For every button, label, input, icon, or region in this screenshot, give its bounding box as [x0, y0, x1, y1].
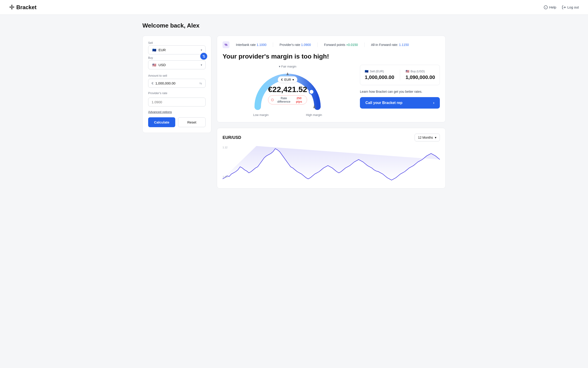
providers-value: 1.0900: [301, 43, 311, 46]
right-panel: % Interbank rate 1.1000 Provider's rate …: [217, 36, 446, 188]
call-rep-button[interactable]: Call your Bracket rep ›: [360, 97, 440, 109]
logo-icon: ✛: [9, 3, 14, 11]
reset-button[interactable]: Reset: [178, 117, 205, 127]
euro-symbol: €: [152, 81, 153, 85]
content-grid: Sell 🇪🇺 EUR ▾ ⇅ Buy: [142, 36, 446, 188]
gauge-currency-pill[interactable]: € EUR ▾: [278, 76, 298, 83]
sell-currency-select[interactable]: 🇪🇺 EUR ▾: [148, 46, 205, 55]
logout-link[interactable]: Log out: [562, 5, 579, 9]
chart-header: EUR/USD 12 Months ▾: [223, 134, 440, 141]
sell-item-label: 🇪🇺 Sell (EUR): [365, 70, 394, 73]
provider-rate-group: Provider's rate: [148, 91, 205, 107]
providers-rate-item: Provider's rate 1.0900: [280, 43, 311, 46]
margin-heading: Your provider's margin is too high!: [223, 53, 440, 60]
buy-currency-select[interactable]: 🇺🇸 USD ▾: [148, 60, 205, 69]
app-header: ✛ Bracket Help Log out: [0, 0, 588, 15]
logo-text: Bracket: [16, 4, 37, 10]
amount-input-wrap[interactable]: € ⇆: [148, 79, 205, 88]
chart-period-select[interactable]: 12 Months ▾: [415, 134, 440, 141]
usd-flag: 🇺🇸: [152, 63, 157, 67]
y-label-top: 1.12: [223, 146, 227, 149]
gauge-svg-wrap: € EUR ▾ €22,421.52 Rate difference 250 p…: [251, 70, 324, 111]
interbank-rate-item: Interbank rate 1.1000: [236, 43, 266, 46]
sell-buy-divider: [400, 70, 400, 80]
svg-marker-7: [223, 146, 440, 180]
buy-chevron-icon: ▾: [201, 63, 202, 67]
gauge-labels: Low margin High margin: [253, 113, 322, 117]
header-nav: Help Log out: [544, 5, 579, 9]
y-label-bottom: 1.08: [223, 175, 227, 178]
sell-item: 🇪🇺 Sell (EUR) 1,000,000.00: [365, 70, 394, 80]
sell-currency-text: EUR: [159, 48, 166, 52]
advanced-options-link[interactable]: Advanced options: [148, 110, 172, 114]
swap-small-icon[interactable]: ⇆: [199, 82, 202, 85]
chart-period-chevron-icon: ▾: [435, 136, 436, 139]
buy-item: 🇺🇸 Buy (USD) 1,090,000.00: [406, 70, 435, 80]
forward-points-item: Forward points +0.0150: [324, 43, 358, 46]
gauge-container: ▾ Fair margin: [223, 65, 353, 117]
allin-value: 1.1150: [399, 43, 409, 46]
fair-margin-label: ▾ Fair margin: [279, 65, 296, 68]
allin-rate-item: All-in Forward rate: 1.1150: [371, 43, 409, 46]
buy-item-value: 1,090,000.00: [406, 74, 435, 80]
rate-diff-badge: Rate difference 250 pips: [268, 95, 307, 104]
gauge-needle: [309, 90, 314, 94]
sell-flag-icon: 🇪🇺: [365, 70, 368, 73]
chart-title: EUR/USD: [223, 135, 241, 140]
high-margin-label: High margin: [306, 113, 322, 117]
chart-svg: [223, 146, 440, 183]
buy-currency-text: USD: [159, 63, 166, 67]
info-icon: [544, 5, 548, 9]
right-info: 🇪🇺 Sell (EUR) 1,000,000.00 🇺🇸 Buy (USD): [360, 65, 440, 109]
swap-button[interactable]: ⇅: [200, 52, 208, 60]
separator-3: [364, 42, 364, 47]
rates-card: % Interbank rate 1.1000 Provider's rate …: [217, 36, 446, 122]
pill-chevron-icon: ▾: [292, 78, 294, 82]
logout-icon: [562, 5, 566, 9]
forward-points-value: +0.0150: [346, 43, 358, 46]
buy-item-label: 🇺🇸 Buy (USD): [406, 70, 435, 73]
sell-item-value: 1,000,000.00: [365, 74, 394, 80]
chart-card: EUR/USD 12 Months ▾ 1.12 1.08: [217, 128, 446, 188]
chart-area: 1.12 1.08: [223, 146, 440, 183]
euro-icon: €: [281, 78, 283, 82]
buy-label: Buy: [148, 56, 205, 59]
eur-flag: 🇪🇺: [152, 48, 157, 52]
sell-label: Sell: [148, 41, 205, 45]
help-link[interactable]: Help: [544, 5, 556, 9]
currencies-wrapper: Sell 🇪🇺 EUR ▾ ⇅ Buy: [148, 41, 205, 69]
warning-icon: [271, 98, 274, 101]
amount-field-group: Amount to sell € ⇆: [148, 74, 205, 88]
amount-label: Amount to sell: [148, 74, 205, 77]
amount-input[interactable]: [155, 81, 199, 85]
pct-badge: %: [223, 41, 229, 48]
calculate-button[interactable]: Calculate: [148, 117, 175, 127]
buy-flag-icon: 🇺🇸: [406, 70, 409, 73]
rate-diff-pips: 250 pips: [294, 96, 304, 103]
left-panel: Sell 🇪🇺 EUR ▾ ⇅ Buy: [142, 36, 211, 133]
separator-2: [317, 42, 318, 47]
separator-1: [273, 42, 273, 47]
learn-text: Learn how Bracket can get you better rat…: [360, 90, 440, 93]
welcome-title: Welcome back, Alex: [142, 22, 446, 29]
sell-buy-card: 🇪🇺 Sell (EUR) 1,000,000.00 🇺🇸 Buy (USD): [360, 65, 440, 85]
action-buttons: Calculate Reset: [148, 117, 205, 127]
gauge-area: ▾ Fair margin: [223, 65, 440, 117]
provider-rate-label: Provider's rate: [148, 91, 205, 95]
low-margin-label: Low margin: [253, 113, 269, 117]
provider-rate-input[interactable]: [148, 98, 205, 107]
gauge-fair-indicator: [286, 72, 289, 75]
arrow-right-icon: ›: [433, 101, 434, 105]
gauge-amount: €22,421.52: [268, 85, 307, 94]
sell-chevron-icon: ▾: [201, 48, 202, 52]
gauge-center: € EUR ▾ €22,421.52 Rate difference 250 p…: [268, 76, 307, 104]
logo: ✛ Bracket: [9, 3, 37, 11]
interbank-value: 1.1000: [257, 43, 266, 46]
rates-info-bar: % Interbank rate 1.1000 Provider's rate …: [223, 41, 440, 48]
